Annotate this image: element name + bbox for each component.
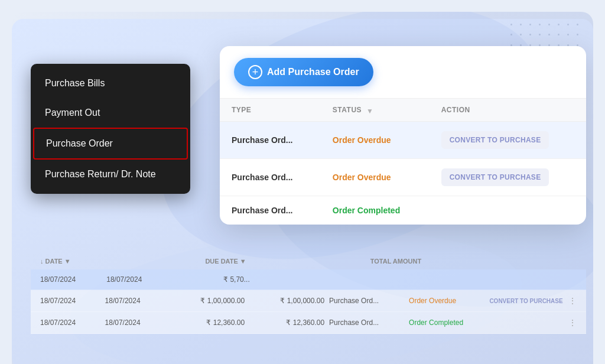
sidebar-item-payment-out[interactable]: Payment Out bbox=[33, 98, 188, 128]
dots-menu-icon[interactable]: ⋮ bbox=[568, 318, 577, 327]
screen-wrapper: // Dots rendered below Purchase Bills Pa… bbox=[12, 12, 593, 364]
cell-type: Purchase Ord... bbox=[329, 318, 404, 327]
table-row: 18/07/2024 18/07/2024 ₹ 5,70... bbox=[31, 269, 586, 290]
cell-date: 18/07/2024 bbox=[40, 318, 100, 327]
cell-duedate: 18/07/2024 bbox=[106, 275, 168, 284]
col-status-header: STATUS ▼ bbox=[321, 99, 430, 122]
table-row: 18/07/2024 18/07/2024 ₹ 12,360.00 ₹ 12,3… bbox=[31, 312, 586, 334]
bg-col-date: ↓ DATE ▼ bbox=[40, 258, 205, 265]
cell-paid: ₹ 12,360.00 bbox=[249, 318, 324, 327]
cell-duedate: 18/07/2024 bbox=[105, 297, 165, 305]
filter-icon[interactable]: ▼ bbox=[366, 107, 373, 114]
cell-date: 18/07/2024 bbox=[40, 275, 102, 284]
cell-action bbox=[430, 196, 586, 225]
add-button-label: Add Purchase Order bbox=[267, 67, 359, 77]
table-header: TYPE STATUS ▼ ACTION bbox=[220, 99, 586, 122]
dots-menu-icon[interactable]: ⋮ bbox=[568, 296, 577, 306]
cell-status: Order Overdue bbox=[321, 159, 430, 196]
cell-amount: ₹ 1,00,000.00 bbox=[170, 297, 245, 305]
cell-type: Purchase Ord... bbox=[220, 159, 321, 196]
cell-action: CONVERT TO PURCHASE bbox=[430, 122, 586, 159]
bg-table-header: ↓ DATE ▼ DUE DATE ▼ TOTAL AMOUNT bbox=[31, 253, 586, 269]
table-row: Purchase Ord... Order Overdue CONVERT TO… bbox=[220, 122, 586, 159]
dropdown-menu: Purchase Bills Payment Out Purchase Orde… bbox=[31, 64, 190, 194]
popup-table: TYPE STATUS ▼ ACTION Purchase Ord... bbox=[220, 98, 586, 225]
background-table: ↓ DATE ▼ DUE DATE ▼ TOTAL AMOUNT 18/07/2… bbox=[31, 253, 586, 359]
popup-card: + Add Purchase Order TYPE STATUS ▼ bbox=[220, 46, 586, 225]
table-row: 18/07/2024 18/07/2024 ₹ 1,00,000.00 ₹ 1,… bbox=[31, 290, 586, 312]
cell-status: Order Overdue bbox=[321, 122, 430, 159]
cell-duedate: 18/07/2024 bbox=[105, 318, 165, 327]
sidebar-item-purchase-return[interactable]: Purchase Return/ Dr. Note bbox=[33, 160, 188, 189]
cell-date: 18/07/2024 bbox=[40, 297, 100, 305]
convert-to-purchase-button[interactable]: CONVERT TO PURCHASE bbox=[441, 131, 549, 149]
cell-status: Order Completed bbox=[321, 196, 430, 225]
cell-amount: ₹ 12,360.00 bbox=[170, 318, 245, 327]
cell-action: CONVERT TO PURCHASE bbox=[430, 159, 586, 196]
col-action-header: ACTION bbox=[430, 99, 586, 122]
cell-action: CONVERT TO PURCHASE bbox=[489, 298, 564, 304]
sidebar-item-purchase-bills[interactable]: Purchase Bills bbox=[33, 69, 188, 98]
convert-to-purchase-button[interactable]: CONVERT TO PURCHASE bbox=[441, 168, 549, 186]
bg-col-total: TOTAL AMOUNT bbox=[370, 258, 577, 265]
add-purchase-order-button[interactable]: + Add Purchase Order bbox=[234, 58, 373, 86]
bg-col-duedate: DUE DATE ▼ bbox=[205, 258, 370, 265]
cell-status: Order Completed bbox=[409, 318, 484, 327]
status-badge: Order Completed bbox=[333, 206, 400, 215]
status-badge: Order Overdue bbox=[333, 135, 391, 145]
sidebar-item-purchase-order[interactable]: Purchase Order bbox=[33, 128, 188, 160]
table-row: Purchase Ord... Order Completed bbox=[220, 196, 586, 225]
popup-header: + Add Purchase Order bbox=[220, 46, 586, 98]
table-body: Purchase Ord... Order Overdue CONVERT TO… bbox=[220, 122, 586, 225]
plus-circle-icon: + bbox=[248, 65, 262, 79]
cell-type: Purchase Ord... bbox=[329, 297, 404, 305]
col-type-header: TYPE bbox=[220, 99, 321, 122]
table-row: Purchase Ord... Order Overdue CONVERT TO… bbox=[220, 159, 586, 196]
cell-type: Purchase Ord... bbox=[220, 122, 321, 159]
cell-type: Purchase Ord... bbox=[220, 196, 321, 225]
cell-paid: ₹ 1,00,000.00 bbox=[249, 297, 324, 305]
status-badge: Order Overdue bbox=[333, 173, 391, 182]
cell-status: Order Overdue bbox=[409, 297, 484, 305]
main-container: Purchase Bills Payment Out Purchase Orde… bbox=[19, 28, 586, 359]
cell-amount: ₹ 5,70... bbox=[173, 275, 250, 284]
